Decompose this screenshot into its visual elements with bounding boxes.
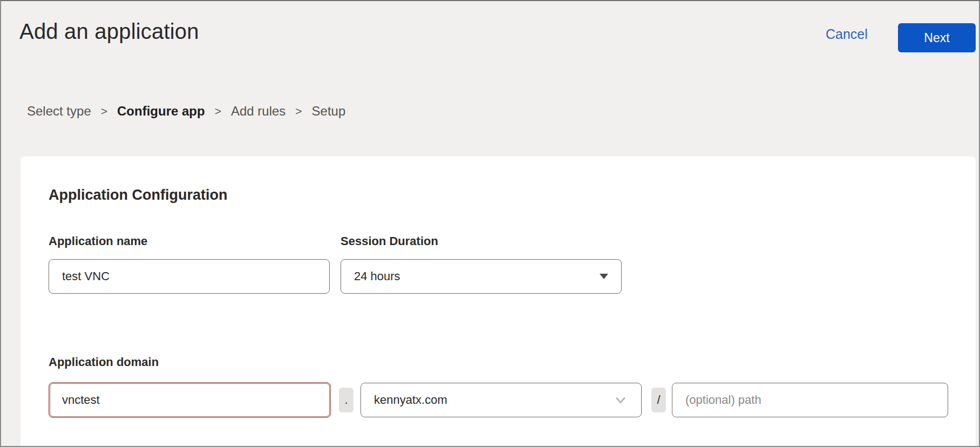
cancel-link[interactable]: Cancel <box>826 26 868 42</box>
step-configure-app[interactable]: Configure app <box>117 104 205 119</box>
step-separator: > <box>295 105 302 118</box>
step-select-type[interactable]: Select type <box>27 104 91 119</box>
breadcrumb: Select type > Configure app > Add rules … <box>27 104 345 119</box>
application-name-label: Application name <box>49 234 147 248</box>
next-button[interactable]: Next <box>898 23 976 52</box>
domain-select-value: kennyatx.com <box>374 393 447 407</box>
session-duration-value: 24 hours <box>354 269 400 283</box>
step-add-rules[interactable]: Add rules <box>231 104 285 119</box>
subdomain-input[interactable] <box>49 382 331 418</box>
chevron-down-icon <box>613 392 628 408</box>
path-input[interactable] <box>672 383 948 417</box>
application-domain-label: Application domain <box>49 355 159 369</box>
add-application-page: Add an application Cancel Next Select ty… <box>0 0 980 447</box>
dot-separator: . <box>339 388 353 412</box>
step-separator: > <box>101 105 107 118</box>
dropdown-caret-icon <box>600 274 608 279</box>
step-separator: > <box>215 105 221 118</box>
step-setup[interactable]: Setup <box>312 104 346 119</box>
session-duration-select[interactable]: 24 hours <box>341 259 622 294</box>
slash-separator: / <box>651 388 666 412</box>
application-name-input[interactable] <box>49 259 330 294</box>
session-duration-label: Session Duration <box>341 234 438 248</box>
page-title: Add an application <box>19 19 199 44</box>
section-title: Application Configuration <box>49 187 227 204</box>
domain-select[interactable]: kennyatx.com <box>360 383 642 417</box>
